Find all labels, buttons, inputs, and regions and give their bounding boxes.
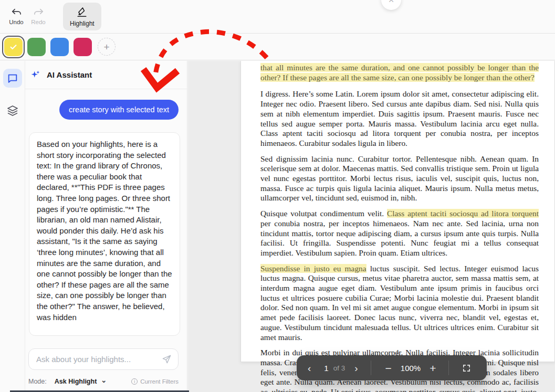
pager-divider bbox=[448, 361, 449, 375]
page-indicator: 1 bbox=[324, 364, 328, 373]
layers-icon bbox=[6, 104, 19, 117]
mode-label: Mode: bbox=[28, 378, 47, 385]
plus-icon: + bbox=[430, 363, 436, 374]
close-icon: ✕ bbox=[388, 0, 394, 4]
ask-input[interactable] bbox=[36, 355, 158, 364]
pdf-viewer: that all minutes are the same duration, … bbox=[188, 61, 555, 392]
pdf-paragraph: that all minutes are the same duration, … bbox=[260, 63, 539, 82]
top-toolbar: Undo Redo Highlight bbox=[0, 0, 555, 34]
sparkles-icon bbox=[30, 69, 41, 80]
mode-select[interactable]: Ask Highlight ⌄ bbox=[55, 378, 107, 385]
check-icon bbox=[9, 43, 18, 51]
pdf-page: that all minutes are the same duration, … bbox=[240, 61, 555, 362]
chevron-right-icon: › bbox=[354, 363, 358, 373]
pdf-paragraph: Sed dignissim lacinia nunc. Curabitur to… bbox=[260, 154, 539, 204]
zoom-out-button[interactable]: − bbox=[384, 361, 393, 376]
body-text: Sed dignissim lacinia nunc. Curabitur to… bbox=[260, 154, 539, 203]
send-icon[interactable] bbox=[162, 354, 172, 364]
add-color-button[interactable]: + bbox=[98, 38, 116, 56]
left-rail bbox=[0, 61, 25, 392]
ai-assistant-panel: AI Assistant create story with selected … bbox=[25, 61, 187, 392]
highlighted-text: Suspendisse in justo eu magna bbox=[260, 264, 366, 273]
prev-page-button[interactable]: ‹ bbox=[307, 361, 312, 375]
pdf-paragraph: Quisque volutpat condimentum velit. Clas… bbox=[260, 209, 539, 258]
undo-label: Undo bbox=[9, 19, 24, 25]
minus-icon: − bbox=[385, 363, 392, 374]
mode-row: Mode: Ask Highlight ⌄ i Current Filters bbox=[28, 378, 179, 385]
next-page-button[interactable]: › bbox=[353, 361, 359, 375]
story-text: Based on your highlights, here is a shor… bbox=[37, 140, 172, 322]
panel-header: AI Assistant bbox=[25, 61, 187, 89]
highlighted-text: Class aptent taciti sociosqu ad litora t… bbox=[387, 209, 539, 218]
body-text: per conubia nostra, per inceptos himenae… bbox=[260, 219, 539, 257]
chat-bubble-icon bbox=[7, 72, 18, 84]
swatch-toolbar: + bbox=[0, 34, 555, 60]
chevron-down-icon: ⌄ bbox=[101, 376, 107, 384]
highlight-label: Highlight bbox=[70, 20, 95, 27]
panel-title: AI Assistant bbox=[47, 70, 92, 79]
body-text: luctus suscipit. Sed lectus. Integer eui… bbox=[260, 264, 539, 342]
zoom-level: 100% bbox=[401, 364, 421, 373]
ask-input-wrap bbox=[28, 348, 179, 370]
mode-value-text: Ask Highlight bbox=[55, 378, 97, 385]
swatch-green[interactable] bbox=[27, 38, 46, 56]
panel-footer: Mode: Ask Highlight ⌄ i Current Filters bbox=[25, 343, 187, 392]
highlight-button[interactable]: Highlight bbox=[63, 3, 101, 30]
undo-button[interactable]: Undo bbox=[5, 5, 27, 28]
page-count: of 3 bbox=[333, 364, 345, 372]
layers-tab[interactable] bbox=[3, 101, 23, 121]
swatch-blue[interactable] bbox=[50, 38, 69, 56]
create-story-button[interactable]: create story with selected text bbox=[59, 100, 179, 120]
redo-icon bbox=[33, 8, 44, 17]
app-root: Undo Redo Highlight + ✕ bbox=[0, 0, 555, 392]
zoom-in-button[interactable]: + bbox=[428, 361, 437, 376]
pager-divider bbox=[371, 361, 371, 375]
pdf-paragraph: I digress. Here’s some Latin. Lorem ipsu… bbox=[260, 89, 539, 148]
panel-body: create story with selected text Based on… bbox=[25, 89, 187, 343]
current-filters-button[interactable]: i Current Filters bbox=[131, 378, 179, 385]
pager-toolbar: ‹ 1 of 3 › − 100% + bbox=[297, 355, 487, 380]
highlighted-text: that all minutes are the same duration, … bbox=[260, 63, 539, 82]
pdf-text: that all minutes are the same duration, … bbox=[241, 61, 554, 392]
comments-tab[interactable] bbox=[3, 69, 22, 88]
swatch-yellow[interactable] bbox=[4, 38, 23, 56]
info-icon: i bbox=[131, 378, 138, 385]
undo-icon bbox=[11, 8, 22, 17]
chevron-left-icon: ‹ bbox=[308, 363, 311, 373]
body-text: I digress. Here’s some Latin. Lorem ipsu… bbox=[260, 89, 539, 147]
fullscreen-button[interactable] bbox=[461, 362, 472, 375]
swatch-row bbox=[4, 38, 92, 56]
pdf-paragraph: Suspendisse in justo eu magna luctus sus… bbox=[260, 264, 539, 343]
highlighter-icon bbox=[76, 6, 88, 18]
redo-button[interactable]: Redo bbox=[27, 5, 49, 28]
redo-label: Redo bbox=[31, 19, 46, 25]
current-filters-label: Current Filters bbox=[140, 378, 179, 385]
plus-icon: + bbox=[103, 42, 109, 52]
story-message: Based on your highlights, here is a shor… bbox=[29, 132, 180, 336]
fullscreen-icon bbox=[462, 364, 471, 373]
body-text: Quisque volutpat condimentum velit. bbox=[260, 209, 387, 218]
swatch-red[interactable] bbox=[74, 38, 92, 56]
